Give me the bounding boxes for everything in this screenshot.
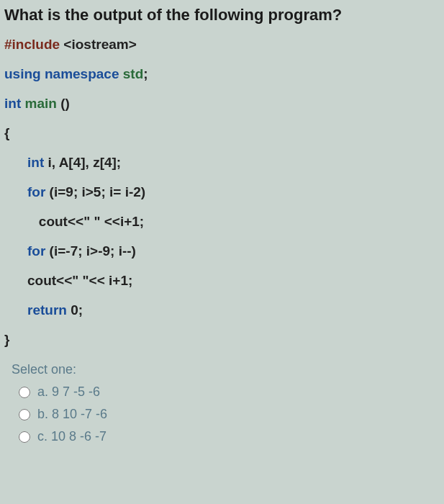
code-seg: int — [4, 96, 25, 111]
code-seg: return — [27, 302, 71, 318]
code-line: #include <iostream> — [4, 37, 444, 51]
code-seg: <iostream> — [63, 37, 136, 52]
code-seg: ; — [143, 66, 148, 81]
answers-title: Select one: — [12, 362, 444, 377]
option-a-radio[interactable] — [19, 387, 30, 398]
code-seg: cout<<" " <<i+1; — [27, 214, 144, 229]
option-b-radio[interactable] — [19, 409, 30, 420]
code-line: cout<<" "<< i+1; — [4, 274, 444, 287]
option-letter: c. — [37, 429, 47, 444]
code-seg: int — [27, 155, 48, 170]
code-seg: (i=9; i>5; i= i-2) — [50, 184, 146, 199]
option-text: 10 8 -6 -7 — [51, 429, 107, 444]
code-seg: i, A[4], z[4]; — [48, 155, 122, 170]
question-page: What is the output of the following prog… — [0, 0, 444, 504]
answers-block: Select one: a. 9 7 -5 -6 b. 8 10 -7 -6 c… — [4, 362, 444, 444]
code-line: using namespace std; — [4, 67, 444, 81]
option-letter: b. — [37, 407, 48, 422]
code-line: int main () — [4, 96, 444, 110]
code-line: } — [4, 333, 444, 346]
code-line: cout<<" " <<i+1; — [4, 215, 444, 228]
code-seg: } — [4, 332, 9, 347]
code-seg: namespace — [45, 66, 123, 81]
code-seg: () — [60, 96, 70, 111]
code-seg: cout<<" "<< i+1; — [27, 273, 132, 288]
option-c-radio[interactable] — [19, 431, 30, 443]
option-c[interactable]: c. 10 8 -6 -7 — [19, 429, 444, 444]
code-line: return 0; — [4, 303, 444, 317]
option-text: 9 7 -5 -6 — [52, 384, 100, 400]
code-line: for (i=-7; i>-9; i--) — [4, 244, 444, 258]
code-seg: { — [4, 125, 9, 140]
question-title: What is the output of the following prog… — [4, 6, 444, 24]
code-line: { — [4, 126, 444, 140]
option-b[interactable]: b. 8 10 -7 -6 — [19, 407, 444, 422]
option-a[interactable]: a. 9 7 -5 -6 — [19, 384, 444, 400]
code-seg: for — [27, 184, 50, 199]
code-seg: for — [27, 243, 50, 258]
code-seg: main — [25, 96, 61, 111]
code-seg: using — [4, 66, 45, 81]
code-seg: (i=-7; i>-9; i--) — [50, 243, 136, 258]
code-line: for (i=9; i>5; i= i-2) — [4, 185, 444, 199]
code-seg: std — [123, 66, 144, 81]
option-text: 8 10 -7 -6 — [52, 407, 107, 422]
code-seg: #include — [4, 37, 63, 52]
code-line: int i, A[4], z[4]; — [4, 156, 444, 169]
code-block: #include <iostream> using namespace std;… — [4, 37, 444, 346]
option-letter: a. — [37, 384, 48, 400]
code-seg: 0; — [71, 302, 83, 318]
